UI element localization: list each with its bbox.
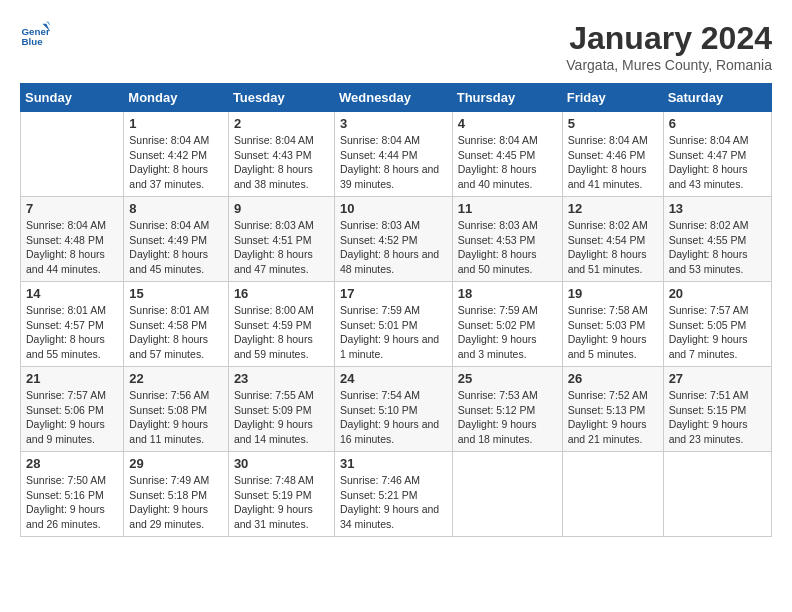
day-cell — [562, 452, 663, 537]
day-cell: 10Sunrise: 8:03 AMSunset: 4:52 PMDayligh… — [334, 197, 452, 282]
col-header-monday: Monday — [124, 84, 229, 112]
day-cell: 20Sunrise: 7:57 AMSunset: 5:05 PMDayligh… — [663, 282, 771, 367]
day-cell: 8Sunrise: 8:04 AMSunset: 4:49 PMDaylight… — [124, 197, 229, 282]
day-cell: 28Sunrise: 7:50 AMSunset: 5:16 PMDayligh… — [21, 452, 124, 537]
day-cell: 7Sunrise: 8:04 AMSunset: 4:48 PMDaylight… — [21, 197, 124, 282]
day-cell: 22Sunrise: 7:56 AMSunset: 5:08 PMDayligh… — [124, 367, 229, 452]
week-row-1: 1Sunrise: 8:04 AMSunset: 4:42 PMDaylight… — [21, 112, 772, 197]
month-title: January 2024 — [566, 20, 772, 57]
day-number: 22 — [129, 371, 223, 386]
day-cell: 30Sunrise: 7:48 AMSunset: 5:19 PMDayligh… — [228, 452, 334, 537]
day-cell: 27Sunrise: 7:51 AMSunset: 5:15 PMDayligh… — [663, 367, 771, 452]
day-number: 25 — [458, 371, 557, 386]
day-info: Sunrise: 7:52 AMSunset: 5:13 PMDaylight:… — [568, 388, 658, 447]
day-info: Sunrise: 7:56 AMSunset: 5:08 PMDaylight:… — [129, 388, 223, 447]
day-cell: 9Sunrise: 8:03 AMSunset: 4:51 PMDaylight… — [228, 197, 334, 282]
location-subtitle: Vargata, Mures County, Romania — [566, 57, 772, 73]
day-info: Sunrise: 8:03 AMSunset: 4:52 PMDaylight:… — [340, 218, 447, 277]
day-info: Sunrise: 7:49 AMSunset: 5:18 PMDaylight:… — [129, 473, 223, 532]
day-cell: 13Sunrise: 8:02 AMSunset: 4:55 PMDayligh… — [663, 197, 771, 282]
day-cell: 5Sunrise: 8:04 AMSunset: 4:46 PMDaylight… — [562, 112, 663, 197]
day-number: 7 — [26, 201, 118, 216]
day-cell: 14Sunrise: 8:01 AMSunset: 4:57 PMDayligh… — [21, 282, 124, 367]
day-number: 9 — [234, 201, 329, 216]
col-header-friday: Friday — [562, 84, 663, 112]
col-header-sunday: Sunday — [21, 84, 124, 112]
day-number: 1 — [129, 116, 223, 131]
day-cell: 29Sunrise: 7:49 AMSunset: 5:18 PMDayligh… — [124, 452, 229, 537]
day-number: 14 — [26, 286, 118, 301]
col-header-saturday: Saturday — [663, 84, 771, 112]
day-cell: 23Sunrise: 7:55 AMSunset: 5:09 PMDayligh… — [228, 367, 334, 452]
day-number: 18 — [458, 286, 557, 301]
day-info: Sunrise: 7:48 AMSunset: 5:19 PMDaylight:… — [234, 473, 329, 532]
day-info: Sunrise: 7:54 AMSunset: 5:10 PMDaylight:… — [340, 388, 447, 447]
day-cell: 1Sunrise: 8:04 AMSunset: 4:42 PMDaylight… — [124, 112, 229, 197]
day-info: Sunrise: 7:57 AMSunset: 5:05 PMDaylight:… — [669, 303, 766, 362]
day-info: Sunrise: 7:53 AMSunset: 5:12 PMDaylight:… — [458, 388, 557, 447]
day-info: Sunrise: 7:57 AMSunset: 5:06 PMDaylight:… — [26, 388, 118, 447]
day-cell: 16Sunrise: 8:00 AMSunset: 4:59 PMDayligh… — [228, 282, 334, 367]
day-number: 27 — [669, 371, 766, 386]
day-info: Sunrise: 8:03 AMSunset: 4:53 PMDaylight:… — [458, 218, 557, 277]
day-cell: 11Sunrise: 8:03 AMSunset: 4:53 PMDayligh… — [452, 197, 562, 282]
day-cell: 18Sunrise: 7:59 AMSunset: 5:02 PMDayligh… — [452, 282, 562, 367]
day-number: 19 — [568, 286, 658, 301]
day-number: 23 — [234, 371, 329, 386]
day-cell — [21, 112, 124, 197]
title-section: January 2024 Vargata, Mures County, Roma… — [566, 20, 772, 73]
day-info: Sunrise: 8:00 AMSunset: 4:59 PMDaylight:… — [234, 303, 329, 362]
day-number: 8 — [129, 201, 223, 216]
week-row-2: 7Sunrise: 8:04 AMSunset: 4:48 PMDaylight… — [21, 197, 772, 282]
day-info: Sunrise: 7:50 AMSunset: 5:16 PMDaylight:… — [26, 473, 118, 532]
day-info: Sunrise: 8:04 AMSunset: 4:44 PMDaylight:… — [340, 133, 447, 192]
day-cell: 21Sunrise: 7:57 AMSunset: 5:06 PMDayligh… — [21, 367, 124, 452]
day-cell: 6Sunrise: 8:04 AMSunset: 4:47 PMDaylight… — [663, 112, 771, 197]
day-info: Sunrise: 8:02 AMSunset: 4:55 PMDaylight:… — [669, 218, 766, 277]
day-number: 12 — [568, 201, 658, 216]
day-cell — [452, 452, 562, 537]
day-info: Sunrise: 8:04 AMSunset: 4:48 PMDaylight:… — [26, 218, 118, 277]
day-info: Sunrise: 7:59 AMSunset: 5:02 PMDaylight:… — [458, 303, 557, 362]
day-cell: 26Sunrise: 7:52 AMSunset: 5:13 PMDayligh… — [562, 367, 663, 452]
page-header: General Blue January 2024 Vargata, Mures… — [20, 20, 772, 73]
day-info: Sunrise: 7:51 AMSunset: 5:15 PMDaylight:… — [669, 388, 766, 447]
day-number: 10 — [340, 201, 447, 216]
week-row-3: 14Sunrise: 8:01 AMSunset: 4:57 PMDayligh… — [21, 282, 772, 367]
day-number: 4 — [458, 116, 557, 131]
day-info: Sunrise: 8:01 AMSunset: 4:57 PMDaylight:… — [26, 303, 118, 362]
day-cell: 17Sunrise: 7:59 AMSunset: 5:01 PMDayligh… — [334, 282, 452, 367]
col-header-thursday: Thursday — [452, 84, 562, 112]
day-number: 21 — [26, 371, 118, 386]
week-row-4: 21Sunrise: 7:57 AMSunset: 5:06 PMDayligh… — [21, 367, 772, 452]
day-info: Sunrise: 8:01 AMSunset: 4:58 PMDaylight:… — [129, 303, 223, 362]
day-cell — [663, 452, 771, 537]
day-number: 20 — [669, 286, 766, 301]
day-info: Sunrise: 7:59 AMSunset: 5:01 PMDaylight:… — [340, 303, 447, 362]
day-info: Sunrise: 8:04 AMSunset: 4:45 PMDaylight:… — [458, 133, 557, 192]
day-info: Sunrise: 8:04 AMSunset: 4:49 PMDaylight:… — [129, 218, 223, 277]
day-number: 31 — [340, 456, 447, 471]
header-row: SundayMondayTuesdayWednesdayThursdayFrid… — [21, 84, 772, 112]
day-number: 15 — [129, 286, 223, 301]
day-cell: 31Sunrise: 7:46 AMSunset: 5:21 PMDayligh… — [334, 452, 452, 537]
svg-text:Blue: Blue — [22, 36, 44, 47]
day-number: 28 — [26, 456, 118, 471]
day-info: Sunrise: 7:58 AMSunset: 5:03 PMDaylight:… — [568, 303, 658, 362]
day-info: Sunrise: 8:04 AMSunset: 4:46 PMDaylight:… — [568, 133, 658, 192]
col-header-wednesday: Wednesday — [334, 84, 452, 112]
day-number: 24 — [340, 371, 447, 386]
day-number: 26 — [568, 371, 658, 386]
day-cell: 24Sunrise: 7:54 AMSunset: 5:10 PMDayligh… — [334, 367, 452, 452]
day-number: 2 — [234, 116, 329, 131]
day-info: Sunrise: 7:55 AMSunset: 5:09 PMDaylight:… — [234, 388, 329, 447]
day-cell: 4Sunrise: 8:04 AMSunset: 4:45 PMDaylight… — [452, 112, 562, 197]
day-number: 6 — [669, 116, 766, 131]
day-cell: 2Sunrise: 8:04 AMSunset: 4:43 PMDaylight… — [228, 112, 334, 197]
day-number: 17 — [340, 286, 447, 301]
day-info: Sunrise: 7:46 AMSunset: 5:21 PMDaylight:… — [340, 473, 447, 532]
day-number: 13 — [669, 201, 766, 216]
day-number: 5 — [568, 116, 658, 131]
day-number: 30 — [234, 456, 329, 471]
day-number: 11 — [458, 201, 557, 216]
